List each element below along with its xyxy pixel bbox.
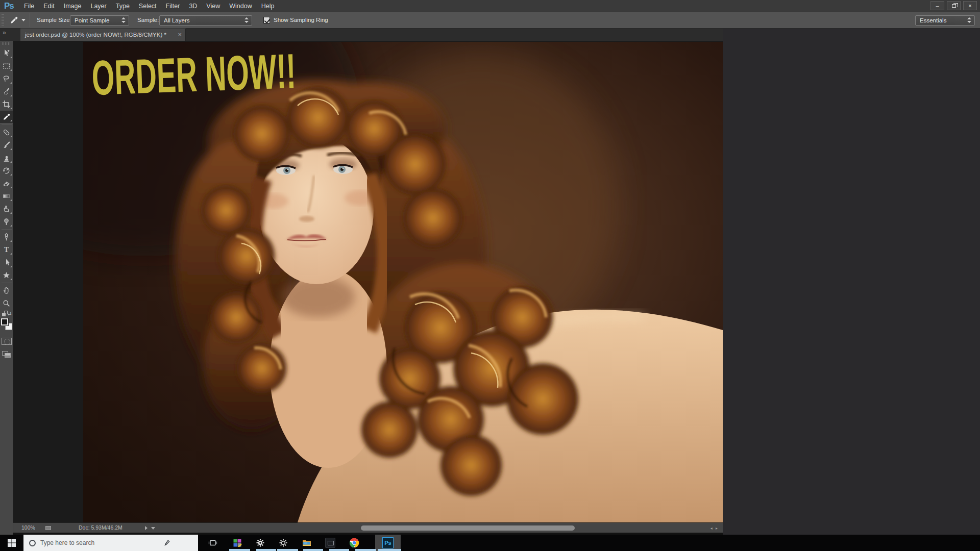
separator xyxy=(30,13,30,27)
document-sizes: Doc: 5.93M/46.2M xyxy=(79,523,122,533)
zoom-level-field[interactable]: 100% xyxy=(21,523,35,533)
quick-mask-button[interactable] xyxy=(2,338,12,345)
minimize-button[interactable]: – xyxy=(930,1,944,10)
panel-overflow-icon[interactable]: » xyxy=(3,29,5,36)
colorful-app-icon xyxy=(233,538,242,547)
tool-type[interactable]: T xyxy=(0,243,13,256)
tool-hand[interactable] xyxy=(0,284,13,297)
tools-panel: T ⇄ xyxy=(0,41,13,535)
close-button[interactable]: × xyxy=(963,1,977,10)
horizontal-scrollbar[interactable] xyxy=(361,525,575,531)
dark-app-icon xyxy=(325,538,335,548)
menu-image[interactable]: Image xyxy=(59,0,86,12)
svg-text:T: T xyxy=(4,246,9,254)
chrome-icon xyxy=(349,538,359,548)
screen-mode-button[interactable] xyxy=(2,351,11,358)
swap-colors-icon[interactable]: ⇄ xyxy=(2,311,12,317)
start-button[interactable] xyxy=(0,535,23,551)
tool-eraser[interactable] xyxy=(0,177,13,190)
bg-mini-swatch xyxy=(4,311,8,314)
tool-pen[interactable] xyxy=(0,231,13,243)
sample-size-label: Sample Size: xyxy=(37,12,71,28)
toolbar-separator xyxy=(2,124,12,125)
tool-clone-stamp[interactable] xyxy=(0,152,13,164)
menu-layer[interactable]: Layer xyxy=(86,0,111,12)
screen-mode-front-icon xyxy=(5,353,11,358)
menu-edit[interactable]: Edit xyxy=(39,0,59,12)
tool-brush[interactable] xyxy=(0,139,13,152)
color-swatches xyxy=(1,318,13,331)
status-flyout-icon[interactable] xyxy=(145,526,148,530)
window-controls: – × xyxy=(930,1,977,10)
status-flyout-caret-icon[interactable] xyxy=(151,527,155,530)
photoshop-taskbar-icon: Ps xyxy=(382,537,394,548)
document-tab[interactable]: jest order.psd @ 100% (order NOW!!, RGB/… xyxy=(20,29,186,41)
sample-label: Sample: xyxy=(137,12,159,28)
windows-taskbar: Ps xyxy=(0,535,980,551)
restore-icon xyxy=(952,4,956,8)
tool-marquee[interactable] xyxy=(0,60,13,72)
document-tab-bar: » jest order.psd @ 100% (order NOW!!, RG… xyxy=(0,29,723,41)
sample-size-dropdown[interactable]: Point Sample xyxy=(70,15,129,26)
tool-quick-selection[interactable] xyxy=(0,85,13,98)
tool-custom-shape[interactable] xyxy=(0,269,13,282)
gear-icon xyxy=(279,538,288,547)
tool-spot-healing[interactable] xyxy=(0,126,13,139)
windows-logo-icon xyxy=(7,538,16,547)
menu-file[interactable]: File xyxy=(19,0,39,12)
tool-gradient[interactable] xyxy=(0,190,13,203)
scrollbar-arrows-icon[interactable]: ◂ ▸ xyxy=(710,526,719,531)
task-view-icon xyxy=(208,538,217,547)
menu-help[interactable]: Help xyxy=(257,0,279,12)
tool-history-brush[interactable] xyxy=(0,164,13,177)
search-input[interactable] xyxy=(40,539,163,546)
tool-smudge[interactable] xyxy=(0,203,13,215)
running-indicator xyxy=(229,549,250,551)
restore-button[interactable] xyxy=(947,1,961,10)
menu-select[interactable]: Select xyxy=(134,0,161,12)
options-bar: Sample Size: Point Sample Sample: All La… xyxy=(0,12,980,29)
tool-crop[interactable] xyxy=(0,98,13,111)
tool-preset-dropdown-icon[interactable] xyxy=(21,19,26,21)
menu-view[interactable]: View xyxy=(202,0,225,12)
file-explorer-icon xyxy=(302,538,312,547)
running-indicator xyxy=(303,549,323,551)
running-indicator xyxy=(355,549,376,551)
status-bar: 100% Doc: 5.93M/46.2M ◂ ▸ xyxy=(13,522,723,533)
task-view-button[interactable] xyxy=(203,535,223,551)
document-window: ORDER NOW!! 100% Doc: 5.93M/46.2M ◂ ▸ xyxy=(13,41,723,535)
foreground-color-swatch[interactable] xyxy=(1,318,8,325)
tool-lasso[interactable] xyxy=(0,72,13,85)
menu-filter[interactable]: Filter xyxy=(161,0,185,12)
canvas-image[interactable]: ORDER NOW!! xyxy=(83,42,723,522)
portrait-illustration: ORDER NOW!! xyxy=(83,42,723,522)
photoshop-logo: Ps xyxy=(0,1,19,11)
order-now-text: ORDER NOW!! xyxy=(91,43,297,105)
menu-bar: Ps File Edit Image Layer Type Select Fil… xyxy=(0,0,980,12)
running-indicator xyxy=(256,549,276,551)
swap-arrow-icon: ⇄ xyxy=(8,311,12,316)
options-grip[interactable] xyxy=(2,14,4,27)
tool-eyedropper[interactable] xyxy=(0,111,13,123)
workspace-value: Essentials xyxy=(920,16,946,25)
menu-window[interactable]: Window xyxy=(225,0,256,12)
menu-3d[interactable]: 3D xyxy=(184,0,202,12)
show-sampling-ring-label: Show Sampling Ring xyxy=(274,12,328,28)
tool-path-selection[interactable] xyxy=(0,256,13,269)
taskbar-search[interactable] xyxy=(23,535,198,551)
tool-move[interactable] xyxy=(0,47,13,60)
show-sampling-ring-checkbox[interactable] xyxy=(263,17,270,23)
menu-type[interactable]: Type xyxy=(111,0,134,12)
running-indicator xyxy=(277,549,298,551)
sample-dropdown[interactable]: All Layers xyxy=(159,15,252,26)
document-tab-title: jest order.psd @ 100% (order NOW!!, RGB/… xyxy=(25,29,166,41)
tool-dodge[interactable] xyxy=(0,215,13,228)
toolbar-grip[interactable] xyxy=(2,42,11,45)
tab-close-icon[interactable]: × xyxy=(178,29,182,40)
toolbar-separator xyxy=(2,283,12,283)
desktop: Ps File Edit Image Layer Type Select Fil… xyxy=(0,0,980,551)
panel-dock-empty xyxy=(723,29,980,535)
eyedropper-tool-icon[interactable] xyxy=(7,14,20,27)
tool-zoom[interactable] xyxy=(0,297,13,310)
workspace-dropdown[interactable]: Essentials xyxy=(915,15,975,26)
